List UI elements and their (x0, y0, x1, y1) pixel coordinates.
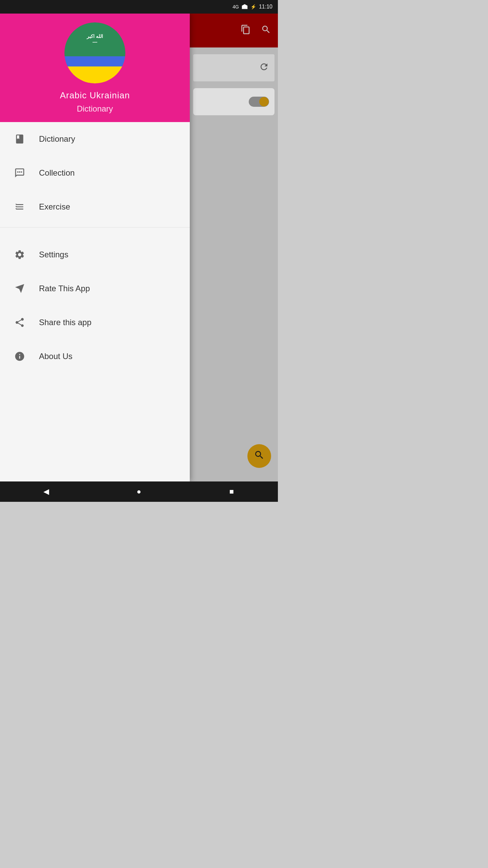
menu-item-dictionary[interactable]: Dictionary (0, 122, 190, 156)
clipboard-button[interactable] (241, 24, 251, 37)
exercise-label: Exercise (39, 202, 70, 212)
navigation-drawer: الله اكبر— Arabic Ukrainian Dictionary D… (0, 14, 190, 481)
logo-green-section: الله اكبر— (64, 22, 125, 56)
status-bar: 4G ⚡ 11:10 (0, 0, 278, 14)
collection-label: Collection (39, 168, 75, 178)
search-button[interactable] (261, 24, 271, 37)
collection-icon (10, 164, 29, 182)
status-time: 11:10 (259, 4, 272, 10)
about-label: About Us (39, 352, 73, 361)
battery-icon: ⚡ (250, 4, 256, 9)
svg-point-0 (17, 171, 18, 173)
menu-item-rate[interactable]: Rate This App (0, 272, 190, 305)
svg-rect-3 (16, 204, 17, 205)
right-content (190, 47, 278, 481)
menu-item-share[interactable]: Share this app (0, 305, 190, 339)
app-subtitle: Dictionary (77, 104, 113, 114)
reload-button[interactable] (259, 62, 269, 74)
settings-label: Settings (39, 250, 68, 259)
dictionary-icon (10, 130, 29, 149)
toggle-card (193, 88, 274, 115)
menu-divider (0, 227, 190, 228)
fab-search-button[interactable] (247, 444, 271, 468)
app-logo: الله اكبر— (64, 22, 125, 83)
share-label: Share this app (39, 318, 92, 327)
menu-item-collection[interactable]: Collection (0, 156, 190, 190)
svg-rect-4 (16, 206, 17, 207)
share-icon (10, 313, 29, 332)
reload-area (193, 54, 274, 81)
svg-rect-5 (16, 208, 17, 209)
logo-yellow-section (64, 66, 125, 83)
exercise-icon (10, 198, 29, 216)
fab-search-icon (254, 450, 265, 463)
svg-point-2 (21, 171, 22, 173)
about-icon (10, 347, 29, 366)
toggle-knob (259, 97, 269, 106)
menu-item-exercise[interactable]: Exercise (0, 190, 190, 224)
menu-section: Dictionary Collection (0, 122, 190, 481)
menu-item-settings[interactable]: Settings (0, 238, 190, 272)
signal-icon (242, 3, 248, 11)
drawer-header: الله اكبر— Arabic Ukrainian Dictionary (0, 14, 190, 122)
rate-label: Rate This App (39, 284, 90, 293)
bottom-navigation: ◀ ● ■ (0, 481, 278, 502)
network-icon: 4G (232, 4, 239, 9)
settings-icon (10, 245, 29, 264)
dictionary-label: Dictionary (39, 134, 75, 144)
rate-icon (10, 279, 29, 298)
toggle-switch[interactable] (249, 97, 269, 107)
home-button[interactable]: ● (129, 481, 149, 502)
recents-button[interactable]: ■ (221, 481, 242, 502)
menu-bottom-section: Settings Rate This App Share this (0, 231, 190, 481)
svg-point-1 (19, 171, 20, 173)
back-button[interactable]: ◀ (36, 481, 57, 502)
logo-blue-section (64, 56, 125, 66)
menu-item-about[interactable]: About Us (0, 339, 190, 373)
app-title: Arabic Ukrainian (60, 90, 130, 101)
